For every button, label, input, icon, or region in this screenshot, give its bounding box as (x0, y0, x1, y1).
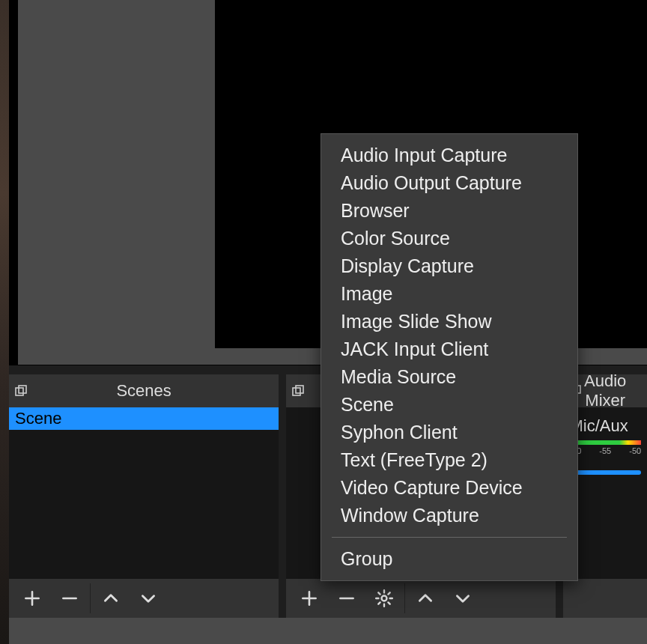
svg-rect-2 (293, 388, 300, 395)
scenes-list[interactable]: Scene (9, 407, 279, 579)
scenes-dock: Scenes Scene (9, 374, 279, 618)
menu-item-window-capture[interactable]: Window Capture (321, 502, 577, 529)
menu-item-jack-input-client[interactable]: JACK Input Client (321, 335, 577, 363)
svg-rect-1 (19, 386, 26, 393)
svg-rect-0 (16, 388, 23, 395)
meter-tick: -50 (629, 446, 641, 455)
mixer-toolbar (563, 579, 647, 618)
meter-tick: -55 (599, 446, 611, 455)
menu-item-browser[interactable]: Browser (321, 197, 577, 225)
remove-source-button[interactable] (328, 579, 365, 618)
add-scene-button[interactable] (13, 579, 51, 618)
scenes-title: Scenes (9, 381, 279, 401)
scenes-header: Scenes (9, 374, 279, 407)
move-scene-up-button[interactable] (92, 579, 130, 618)
window-edge-sliver (0, 0, 9, 644)
svg-rect-3 (296, 386, 303, 393)
audio-meter: -60 -55 -50 (569, 440, 641, 454)
menu-item-media-source[interactable]: Media Source (321, 363, 577, 391)
popout-icon[interactable] (291, 383, 306, 398)
menu-item-syphon-client[interactable]: Syphon Client (321, 419, 577, 446)
menu-item-display-capture[interactable]: Display Capture (321, 252, 577, 280)
source-properties-button[interactable] (365, 579, 403, 618)
add-source-menu: Audio Input Capture Audio Output Capture… (321, 133, 578, 581)
popout-icon[interactable] (13, 383, 28, 398)
move-source-down-button[interactable] (444, 579, 482, 618)
mixer-channel-label: Mic/Aux (569, 416, 641, 436)
bottom-gutter (9, 618, 647, 644)
volume-slider[interactable] (569, 470, 641, 475)
scene-item[interactable]: Scene (9, 407, 279, 430)
sources-toolbar (286, 579, 556, 618)
menu-item-audio-input-capture[interactable]: Audio Input Capture (321, 142, 577, 169)
svg-point-4 (382, 596, 387, 601)
preview-empty-region (18, 0, 215, 348)
menu-separator (332, 537, 567, 538)
move-source-up-button[interactable] (407, 579, 444, 618)
scenes-toolbar (9, 579, 279, 618)
meter-bar (569, 440, 641, 445)
menu-item-image-slide-show[interactable]: Image Slide Show (321, 308, 577, 335)
menu-item-image[interactable]: Image (321, 280, 577, 308)
toolbar-separator (90, 583, 91, 613)
toolbar-separator (404, 583, 405, 613)
menu-item-group[interactable]: Group (321, 545, 577, 573)
menu-item-video-capture-device[interactable]: Video Capture Device (321, 474, 577, 502)
add-source-button[interactable] (291, 579, 328, 618)
menu-item-color-source[interactable]: Color Source (321, 225, 577, 252)
move-scene-down-button[interactable] (130, 579, 167, 618)
menu-item-scene[interactable]: Scene (321, 391, 577, 419)
meter-ticks: -60 -55 -50 (569, 446, 641, 455)
menu-item-audio-output-capture[interactable]: Audio Output Capture (321, 169, 577, 197)
menu-item-text-freetype2[interactable]: Text (FreeType 2) (321, 446, 577, 474)
remove-scene-button[interactable] (51, 579, 88, 618)
